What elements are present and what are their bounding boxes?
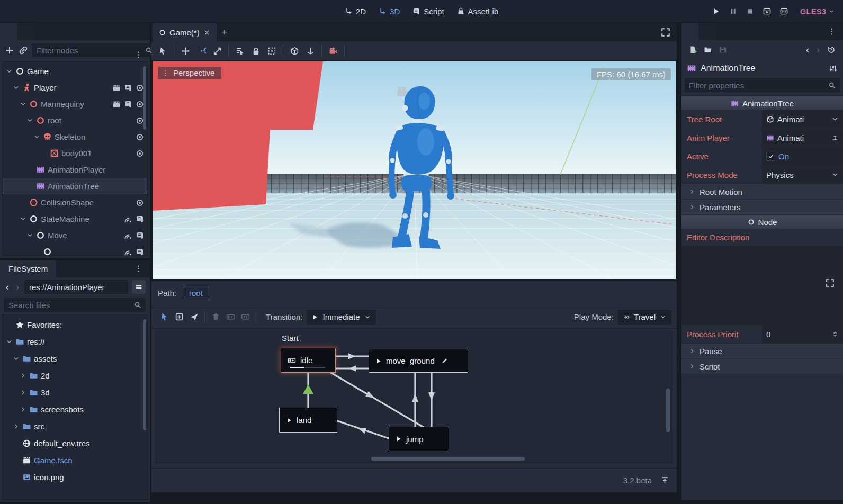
scene-tree-row[interactable]: Mannequiny [3,96,147,112]
process-mode-dropdown[interactable]: Physics [762,166,843,184]
scene-tree-row[interactable]: CollisionShape [3,194,147,211]
filesystem-tree-row[interactable]: 3d [3,384,147,401]
statemachine-graph[interactable]: Start idle move_ground land jump [156,330,672,463]
renderer-selector[interactable]: GLES3 [796,7,840,16]
movie-icon[interactable] [112,84,121,92]
play-icon[interactable] [396,436,402,442]
search-files-input[interactable] [8,301,131,310]
filter-nodes-input[interactable] [37,46,142,55]
expander-icon[interactable] [26,117,33,124]
scene-tab-game[interactable]: Game(*) [153,23,217,41]
scene-tree-row[interactable]: Game [3,63,147,79]
dock-tab-filesystem[interactable]: FileSystem [0,260,56,277]
dock-menu-icon[interactable] [828,28,836,35]
filesystem-tree-row[interactable]: 2d [3,367,147,384]
add-node-icon[interactable] [5,46,14,55]
autoplay-button[interactable] [223,310,238,325]
pause-button[interactable] [726,4,741,19]
signal-icon[interactable] [124,248,132,256]
eye-icon[interactable] [136,149,144,158]
expander-icon[interactable] [13,84,20,91]
state-node-idle[interactable]: idle [281,348,336,373]
scene-tree-row[interactable]: root [3,112,147,129]
playmode-dropdown[interactable]: Travel [618,310,671,325]
expander-icon[interactable] [20,406,26,413]
filesystem-tree-row[interactable]: Game.tscn [3,452,147,469]
distraction-free-icon[interactable] [661,28,670,37]
dock-tab[interactable] [17,23,34,40]
editor-description-field[interactable] [681,246,843,325]
spinner-icon[interactable] [831,330,839,338]
corner-arrow-button[interactable]: 2D [339,7,372,16]
scene-tree-scrollbar[interactable] [143,66,146,130]
history-back-icon[interactable]: ‹ [803,44,812,56]
filesystem-tree-row[interactable]: icon.png [3,469,147,485]
nav-forward-icon[interactable]: › [14,280,21,294]
lock-button[interactable] [248,43,264,58]
scene-tree-row[interactable]: StateMachine [3,211,147,227]
cube-button[interactable] [286,43,302,58]
filesystem-tree-row[interactable]: src [3,418,147,435]
assign-node-icon[interactable] [831,134,839,141]
chevron-down-icon[interactable] [831,115,839,123]
axes-button[interactable] [302,43,318,58]
play-icon[interactable] [286,417,292,424]
play-button[interactable] [709,4,724,19]
signal-icon[interactable] [124,231,132,240]
filesystem-tree-row[interactable]: assets [3,350,147,367]
category-node[interactable]: Node [681,215,843,229]
scene-tree-row[interactable]: body001 [3,145,147,161]
category-animation-tree[interactable]: AnimationTree [681,96,843,110]
save-button[interactable] [715,43,730,57]
dock-menu-icon[interactable] [134,265,142,273]
perspective-badge[interactable]: ⋮ Perspective [158,67,221,79]
select-arrow-button[interactable] [155,43,171,58]
script-icon[interactable] [136,248,144,256]
eye-icon[interactable] [136,133,144,141]
play-custom-button[interactable] [777,4,792,19]
property-group[interactable]: Parameters [681,200,843,214]
expander-icon[interactable] [33,133,40,140]
process-priority-value[interactable]: 0 [762,325,843,343]
display-mode-icon[interactable] [132,280,146,294]
scene-tree-row[interactable]: Player [3,79,147,96]
graph-vscrollbar[interactable] [666,389,670,432]
dock-menu-icon[interactable] [134,51,142,59]
history-forward-icon[interactable]: › [813,44,823,56]
scene-tree-row[interactable]: AnimationTree [3,178,147,194]
active-checkbox[interactable] [766,152,775,161]
list-select-button[interactable] [232,43,248,58]
expander-icon[interactable] [20,372,26,379]
signal-icon[interactable] [124,215,132,223]
path-root-button[interactable]: root [183,287,209,299]
expander-icon[interactable] [6,338,13,345]
expander-icon[interactable] [6,68,13,75]
property-group[interactable]: Pause [681,344,843,358]
viewport-canvas[interactable] [153,61,676,279]
expander-icon[interactable] [26,232,33,239]
filesystem-tree-row[interactable]: res:// [3,333,147,350]
anim-player-value[interactable]: Animati [762,129,843,147]
script-icon[interactable] [124,84,132,92]
camera-button[interactable] [325,43,341,58]
corner-arrow-button[interactable]: 3D [373,7,406,16]
new-scene-tab-button[interactable]: + [217,23,232,41]
edit-icon[interactable] [441,357,448,364]
extra-tools-icon[interactable] [829,64,838,73]
expander-icon[interactable] [13,355,20,362]
filesystem-tree-row[interactable]: default_env.tres [3,435,147,452]
scene-tree-row[interactable]: Skeleton [3,129,147,145]
filesystem-tree-row[interactable]: Favorites: [3,316,147,333]
stop-button[interactable] [743,4,758,19]
filesystem-tree-row[interactable]: screenshots [3,401,147,418]
movie-icon[interactable] [112,100,121,109]
doc-add-button[interactable] [686,43,701,57]
scene-tree-row[interactable]: Move [3,227,147,244]
rotate-button[interactable] [193,43,209,58]
dock-tab[interactable] [0,23,17,40]
breadcrumb[interactable]: res://AnimationPlayer [24,280,128,294]
nav-back-icon[interactable]: ‹ [4,280,11,294]
script-icon[interactable] [124,100,132,109]
scale-button[interactable] [209,43,225,58]
expander-icon[interactable] [20,215,26,222]
